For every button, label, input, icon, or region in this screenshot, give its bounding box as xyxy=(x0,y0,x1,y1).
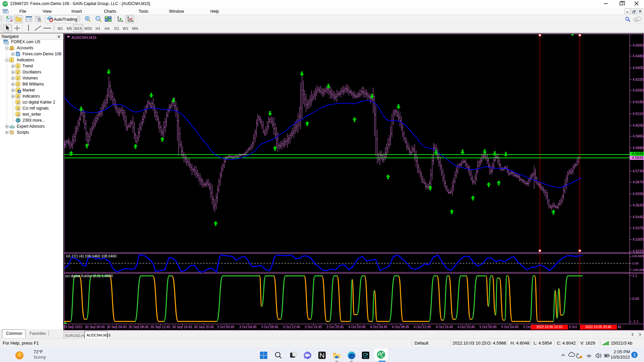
svg-text:146.6667: 146.6667 xyxy=(632,254,644,258)
svg-text:+: + xyxy=(86,16,88,20)
svg-text:4.6035: 4.6035 xyxy=(633,123,643,127)
svg-text:2022.10.05 20:45: 2022.10.05 20:45 xyxy=(585,325,611,329)
svg-text:4 Oct 20:45: 4 Oct 20:45 xyxy=(458,325,475,329)
svg-text:4.5848: 4.5848 xyxy=(632,152,643,156)
svg-text:4.5225: 4.5225 xyxy=(633,249,643,253)
svg-text:-146.6667: -146.6667 xyxy=(632,268,644,272)
svg-text:4.5670: 4.5670 xyxy=(633,180,643,184)
svg-text:1.1: 1.1 xyxy=(632,274,637,278)
svg-text:4.5520: 4.5520 xyxy=(633,203,643,207)
svg-text:4.6185: 4.6185 xyxy=(633,100,643,104)
svg-text:30 Sep 20:45: 30 Sep 20:45 xyxy=(194,325,214,329)
svg-text:4.5300: 4.5300 xyxy=(633,237,643,241)
svg-text:4.6405: 4.6405 xyxy=(633,66,643,70)
svg-text:4.6550: 4.6550 xyxy=(633,43,643,47)
svg-text:-: - xyxy=(97,16,99,20)
svg-text:4.5445: 4.5445 xyxy=(633,215,643,219)
svg-text:29 Sep 2022: 29 Sep 2022 xyxy=(63,325,83,329)
svg-text:3 Oct 08:45: 3 Oct 08:45 xyxy=(261,325,278,329)
svg-text:4 Oct 08:45: 4 Oct 08:45 xyxy=(392,325,409,329)
svg-text:4.5826: 4.5826 xyxy=(632,156,643,160)
svg-text:30 Sep 04:45: 30 Sep 04:45 xyxy=(107,325,127,329)
svg-text:2022.10.05 13:15: 2022.10.05 13:15 xyxy=(536,325,562,329)
svg-text:4.6480: 4.6480 xyxy=(633,54,643,58)
svg-text:3 Oct 16:45: 3 Oct 16:45 xyxy=(305,325,322,329)
svg-text:4.5375: 4.5375 xyxy=(633,226,643,230)
svg-text:5 Oct 00:45: 5 Oct 00:45 xyxy=(479,325,497,329)
svg-text:4 Oct 00:45: 4 Oct 00:45 xyxy=(348,325,366,329)
svg-text:4 Oct 12:45: 4 Oct 12:45 xyxy=(414,325,431,329)
svg-text:4.5740: 4.5740 xyxy=(633,169,643,173)
svg-text:4.6110: 4.6110 xyxy=(633,112,643,116)
svg-text:0.00: 0.00 xyxy=(632,261,639,265)
svg-text:45: 45 xyxy=(618,325,622,329)
svg-text:-1.1: -1.1 xyxy=(632,319,638,323)
svg-text:30 Sep 08:45: 30 Sep 08:45 xyxy=(128,325,149,329)
svg-text:5 Oct: 5 Oct xyxy=(569,325,577,329)
svg-text:5 Oct 04:45: 5 Oct 04:45 xyxy=(501,325,519,329)
svg-text:4.5890: 4.5890 xyxy=(633,146,643,150)
svg-text:H1 CCI (4) 108.0460 108.0460: H1 CCI (4) 108.0460 108.0460 xyxy=(66,254,116,258)
svg-text:4.6330: 4.6330 xyxy=(633,77,643,81)
svg-text:4.5965: 4.5965 xyxy=(633,134,643,138)
svg-text:30 Sep 00:45: 30 Sep 00:45 xyxy=(85,325,105,329)
svg-text:0.00: 0.00 xyxy=(632,297,639,301)
svg-text:4.6260: 4.6260 xyxy=(633,88,643,92)
svg-text:4 Oct 04:45: 4 Oct 04:45 xyxy=(370,325,387,329)
svg-text:3 Oct 12:45: 3 Oct 12:45 xyxy=(283,325,300,329)
svg-text:3 Oct 04:45: 3 Oct 04:45 xyxy=(239,325,257,329)
svg-text:4.5595: 4.5595 xyxy=(633,192,643,196)
svg-text:AUDCNH,M15: AUDCNH,M15 xyxy=(71,36,97,40)
svg-text:30 Sep 16:45: 30 Sep 16:45 xyxy=(172,325,192,329)
svg-text:3 Oct 00:45: 3 Oct 00:45 xyxy=(217,325,234,329)
svg-text:3 Oct 20:45: 3 Oct 20:45 xyxy=(326,325,344,329)
svg-text:4 Oct 16:45: 4 Oct 16:45 xyxy=(436,325,453,329)
svg-text:cci digital Kahler (2,0) 1.000: cci digital Kahler (2,0) 1.0000 xyxy=(65,274,113,278)
svg-text:30 Sep 12:45: 30 Sep 12:45 xyxy=(150,325,170,329)
